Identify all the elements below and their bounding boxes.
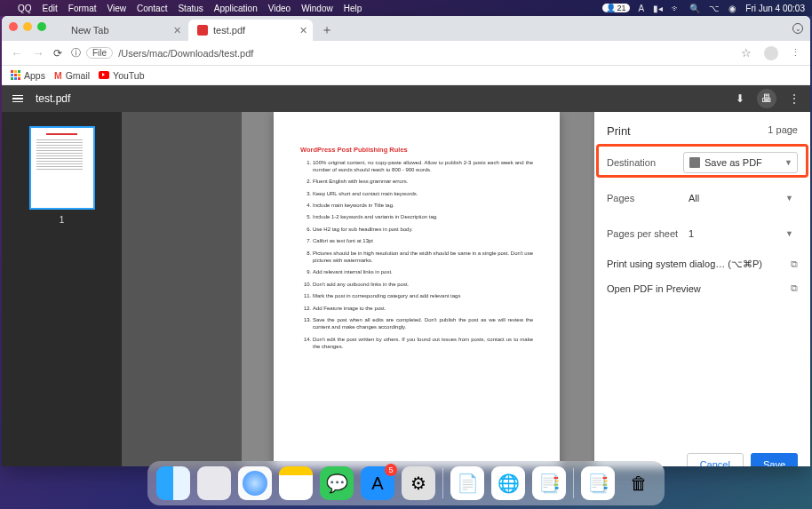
- chevron-down-icon: ▼: [785, 194, 793, 203]
- select-value: Save as PDF: [705, 157, 762, 168]
- doc-list: 100% original content, no copy-paste all…: [313, 159, 533, 351]
- dock-recent-1[interactable]: 📄: [450, 466, 484, 500]
- external-link-icon: ⧉: [791, 258, 798, 270]
- profile-avatar-icon[interactable]: [764, 46, 778, 60]
- open-preview-link[interactable]: Open PDF in Preview ⧉: [607, 282, 798, 294]
- new-tab-button[interactable]: ＋: [318, 21, 336, 39]
- close-tab-icon[interactable]: ✕: [173, 25, 181, 36]
- doc-list-item: Save the post when all edits are complet…: [313, 316, 533, 331]
- pages-select[interactable]: All ▼: [683, 187, 798, 209]
- content-area: test.pdf ⬇ 🖶 ⋮ 1: [2, 85, 810, 466]
- menu-help[interactable]: Help: [344, 4, 362, 13]
- print-icon[interactable]: 🖶: [757, 89, 776, 108]
- link-label: Open PDF in Preview: [607, 283, 701, 294]
- sidebar-toggle-icon[interactable]: [12, 95, 23, 103]
- menubar-clock[interactable]: Fri Jun 4 00:03: [745, 4, 805, 13]
- close-tab-icon[interactable]: ✕: [299, 25, 307, 36]
- row-pages: Pages All ▼: [607, 187, 798, 209]
- tab-overflow-icon[interactable]: ⌄: [792, 23, 803, 34]
- forward-button[interactable]: →: [32, 46, 44, 60]
- doc-list-item: Don't edit the post written by others. I…: [313, 336, 533, 351]
- destination-select[interactable]: Save as PDF ▼: [683, 152, 798, 173]
- menu-format[interactable]: Format: [68, 4, 97, 13]
- dock-separator: [573, 468, 574, 498]
- spotlight-icon[interactable]: 🔍: [689, 4, 700, 13]
- bookmarks-bar: Apps M Gmail YouTub: [2, 66, 810, 85]
- reload-button[interactable]: ⟳: [53, 47, 62, 60]
- address-bar[interactable]: ⓘ File /Users/mac/Downloads/test.pdf: [71, 46, 732, 60]
- dock-launchpad[interactable]: [197, 466, 231, 500]
- bookmark-star-icon[interactable]: ☆: [741, 46, 752, 60]
- doc-list-item: Keep URL short and contact main keywords…: [313, 190, 533, 197]
- doc-list-item: Include main keywords in Title tag.: [313, 202, 533, 209]
- menu-application[interactable]: Application: [214, 4, 258, 13]
- print-preview-page: WordPress Post Publishing Rules 100% ori…: [274, 112, 560, 466]
- overflow-menu-icon[interactable]: ⋮: [791, 47, 801, 59]
- youtube-icon: [99, 71, 109, 79]
- dock-finder[interactable]: [156, 466, 190, 500]
- dock-badge: 5: [385, 464, 397, 476]
- per-sheet-select[interactable]: 1 ▼: [683, 223, 798, 244]
- input-icon[interactable]: A: [639, 4, 645, 13]
- dock-recent-2[interactable]: 📑: [532, 466, 566, 500]
- siri-icon[interactable]: ◉: [728, 4, 736, 13]
- menubar-app[interactable]: QQ: [18, 4, 32, 13]
- menu-status[interactable]: Status: [178, 4, 203, 13]
- doc-list-item: Mark the post in corresponding category …: [313, 292, 533, 299]
- dock-notes[interactable]: [279, 466, 313, 500]
- menu-video[interactable]: Video: [268, 4, 291, 13]
- tab-new-tab[interactable]: New Tab ✕: [62, 20, 187, 41]
- doc-list-item: Don't add any outbound links in the post…: [313, 281, 533, 288]
- dock-recent-3[interactable]: 📑: [581, 466, 615, 500]
- wifi-icon[interactable]: ᯤ: [672, 4, 681, 13]
- dock-messages[interactable]: 💬: [320, 466, 354, 500]
- battery-icon[interactable]: ▮◂: [653, 4, 663, 13]
- pdf-page-area[interactable]: post. Don't use pictures with watermarks…: [122, 112, 810, 466]
- pdf-favicon-icon: [197, 25, 208, 36]
- chrome-window: New Tab ✕ test.pdf ✕ ＋ ⌄ ← → ⟳ ⓘ File /U…: [2, 16, 810, 466]
- chevron-down-icon: ▼: [785, 229, 793, 238]
- dock-system-prefs[interactable]: ⚙: [402, 466, 435, 500]
- close-window-icon[interactable]: [9, 22, 18, 31]
- label-destination: Destination: [607, 157, 683, 168]
- minimize-window-icon[interactable]: [23, 22, 32, 31]
- bookmark-youtube[interactable]: YouTub: [99, 70, 144, 81]
- bookmark-apps[interactable]: Apps: [11, 70, 45, 81]
- label-per-sheet: Pages per sheet: [607, 228, 683, 239]
- bookmark-gmail[interactable]: M Gmail: [54, 70, 90, 81]
- mac-menubar: QQ Edit Format View Contact Status Appli…: [0, 0, 812, 16]
- select-value: 1: [689, 228, 694, 239]
- url-text: /Users/mac/Downloads/test.pdf: [118, 48, 253, 59]
- download-icon[interactable]: ⬇: [736, 92, 744, 105]
- menu-edit[interactable]: Edit: [43, 4, 58, 13]
- control-center-icon[interactable]: ⌥: [709, 4, 720, 13]
- dock-trash[interactable]: 🗑: [622, 466, 656, 500]
- label-pages: Pages: [607, 193, 683, 203]
- tab-label: New Tab: [71, 25, 109, 36]
- page-thumbnail[interactable]: [29, 126, 95, 210]
- tab-test-pdf[interactable]: test.pdf ✕: [188, 20, 313, 41]
- dock-appstore[interactable]: A5: [361, 466, 394, 500]
- menu-window[interactable]: Window: [301, 4, 333, 13]
- doc-list-item: Use H2 tag for sub headlines in post bod…: [313, 226, 533, 233]
- doc-list-item: Calibri as text font at 13pt: [313, 237, 533, 244]
- back-button[interactable]: ←: [11, 46, 23, 60]
- menubar-notif-badge[interactable]: 👤21: [602, 4, 630, 12]
- system-dialog-link[interactable]: Print using system dialog… (⌥⌘P) ⧉: [607, 258, 798, 270]
- row-destination: Destination Save as PDF ▼: [607, 152, 798, 173]
- bookmark-label: Gmail: [66, 70, 90, 81]
- site-info-icon[interactable]: ⓘ: [71, 46, 81, 60]
- cancel-button[interactable]: Cancel: [687, 453, 744, 466]
- chevron-down-icon: ▼: [784, 158, 792, 167]
- zoom-window-icon[interactable]: [37, 22, 46, 31]
- menu-view[interactable]: View: [107, 4, 126, 13]
- omnibox: ← → ⟳ ⓘ File /Users/mac/Downloads/test.p…: [2, 41, 810, 66]
- bookmark-label: YouTub: [113, 70, 144, 81]
- gmail-icon: M: [54, 70, 62, 81]
- dock-chrome[interactable]: 🌐: [491, 466, 525, 500]
- menu-contact[interactable]: Contact: [137, 4, 167, 13]
- pdf-file-icon: [689, 157, 700, 168]
- pdf-menu-icon[interactable]: ⋮: [789, 92, 800, 105]
- dock-safari[interactable]: [238, 466, 272, 500]
- save-button[interactable]: Save: [751, 453, 798, 466]
